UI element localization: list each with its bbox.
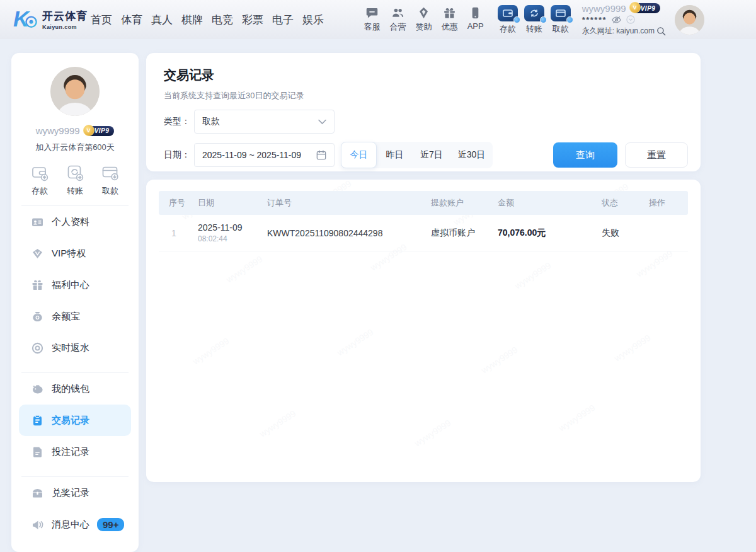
range-30days-button[interactable]: 近30日 — [450, 142, 493, 168]
customer-service-button[interactable]: 客服 — [364, 6, 381, 33]
reset-button[interactable]: 重置 — [625, 142, 688, 168]
menu-label: 实时返水 — [52, 342, 89, 354]
cell-account: 虚拟币账户 — [431, 227, 498, 239]
nav-lottery[interactable]: 彩票 — [242, 13, 263, 27]
transfer-icon — [524, 5, 544, 21]
document-icon — [32, 446, 43, 458]
type-selected-value: 取款 — [202, 116, 220, 127]
sidebar-item-my-wallet[interactable]: 我的钱包 — [11, 373, 139, 405]
range-7days-button[interactable]: 近7日 — [413, 142, 450, 168]
cell-status: 失败 — [602, 227, 649, 239]
app-download-button[interactable]: APP — [467, 6, 484, 33]
phone-icon — [469, 6, 482, 20]
sidebar: wywy9999 V VIP9 加入开云体育第600天 存款 — [11, 53, 139, 552]
promotions-button[interactable]: 优惠 — [442, 6, 458, 33]
date-range-input[interactable]: 2025-11-09 ~ 2025-11-09 — [194, 143, 335, 167]
deposit-icon — [498, 5, 518, 21]
chevron-circle-icon[interactable] — [626, 15, 635, 24]
profile-avatar[interactable] — [50, 67, 100, 116]
wallet-label: 存款 — [500, 23, 516, 35]
withdraw-icon — [551, 5, 571, 21]
watermark-text: wywy9999 — [557, 402, 597, 433]
top-tools: 客服 合营 赞助 — [364, 6, 484, 33]
sidebar-item-yuebao[interactable]: 余额宝 — [11, 301, 139, 332]
col-account: 提款账户 — [431, 197, 498, 209]
search-button[interactable]: 查询 — [553, 142, 617, 168]
col-status: 状态 — [602, 197, 649, 209]
sidebar-deposit-button[interactable]: 存款 — [31, 164, 49, 197]
nav-slots[interactable]: 电子 — [272, 13, 294, 27]
brand-name: 开云体育 — [42, 9, 88, 23]
menu-label: 兑奖记录 — [52, 487, 89, 499]
calendar-icon — [316, 150, 326, 160]
transfer-button[interactable]: 转账 — [524, 5, 544, 35]
records-panel: wywy9999 wywy9999 wywy9999 wywy9999 wywy… — [146, 180, 701, 482]
vip-badge: V VIP9 — [631, 3, 661, 13]
menu-label: 余额宝 — [52, 311, 80, 323]
wallet-label: 取款 — [553, 23, 569, 35]
page: K 开云体育 Kaiyun.com 首页 体育 真人 棋牌 电竞 彩票 电子 娱… — [0, 0, 756, 552]
sidebar-item-bets[interactable]: 投注记录 — [11, 436, 139, 468]
brand-logo[interactable]: K 开云体育 Kaiyun.com — [13, 6, 88, 33]
nav-esports[interactable]: 电竞 — [212, 13, 233, 27]
message-count-badge: 99+ — [97, 518, 124, 531]
user-avatar[interactable] — [675, 5, 704, 35]
deposit-badge-icon — [513, 16, 520, 23]
cell-date: 2025-11-09 08:02:44 — [198, 222, 267, 243]
col-amount: 金额 — [498, 197, 602, 209]
cell-order-no: KWWT202511090802444298 — [267, 228, 431, 238]
vip-level: VIP9 — [641, 5, 656, 12]
watermark-text: wywy9999 — [258, 408, 298, 439]
sidebar-withdraw-button[interactable]: 取款 — [101, 164, 119, 197]
cell-date-day: 2025-11-09 — [198, 222, 267, 233]
sidebar-transfer-button[interactable]: 转账 — [66, 164, 84, 197]
cell-index: 1 — [159, 228, 198, 238]
sidebar-item-messages[interactable]: 消息中心 99+ — [11, 509, 139, 540]
nav-live-casino[interactable]: 真人 — [151, 13, 173, 27]
chat-icon — [365, 6, 379, 20]
cell-date-time: 08:02:44 — [198, 234, 267, 243]
withdraw-button[interactable]: 取款 — [551, 5, 571, 35]
sidebar-menu-other: 兑奖记录 消息中心 99+ — [11, 477, 139, 540]
profile-identity: wywy9999 V VIP9 — [36, 125, 115, 136]
people-icon — [391, 6, 404, 20]
table-row: 1 2025-11-09 08:02:44 KWWT20251109080244… — [159, 215, 688, 251]
date-label: 日期： — [164, 149, 194, 161]
transfer-outline-icon — [66, 164, 84, 181]
nav-entertainment[interactable]: 娱乐 — [302, 13, 324, 27]
sidebar-item-rebate[interactable]: 实时返水 — [11, 332, 139, 364]
clipboard-icon — [32, 415, 43, 427]
tool-label: 合营 — [390, 21, 406, 33]
sidebar-item-profile[interactable]: 个人资料 — [11, 206, 139, 238]
sidebar-item-transactions[interactable]: 交易记录 — [19, 405, 131, 436]
tool-label: APP — [467, 21, 484, 31]
nav-home[interactable]: 首页 — [91, 13, 112, 27]
menu-label: 我的钱包 — [52, 383, 89, 395]
table-header: 序号 日期 订单号 提款账户 金额 状态 操作 — [159, 191, 688, 215]
sidebar-item-vip[interactable]: VIP特权 — [11, 238, 139, 269]
type-filter-row: 类型： 取款 — [164, 110, 688, 134]
eye-off-icon[interactable] — [611, 15, 622, 25]
rebate-ring-icon — [32, 342, 43, 354]
quick-action-label: 转账 — [67, 185, 83, 197]
partner-button[interactable]: 合营 — [390, 6, 406, 33]
sidebar-item-prizes[interactable]: 兑奖记录 — [11, 477, 139, 509]
filter-panel: 交易记录 当前系统支持查询最近30日的交易记录 类型： 取款 日期： 2025-… — [146, 53, 701, 171]
main-nav: 首页 体育 真人 棋牌 电竞 彩票 电子 娱乐 — [91, 13, 324, 27]
deposit-button[interactable]: 存款 — [498, 5, 518, 35]
page-title: 交易记录 — [164, 67, 688, 84]
sponsor-button[interactable]: 赞助 — [416, 6, 432, 33]
vip-gem-icon: V — [629, 2, 641, 13]
magnifier-icon[interactable] — [656, 26, 666, 36]
gift-menu-icon — [32, 279, 43, 291]
range-today-button[interactable]: 今日 — [341, 142, 377, 168]
type-select[interactable]: 取款 — [194, 110, 335, 134]
sidebar-quick-actions: 存款 转账 取款 — [31, 164, 119, 197]
date-filter-row: 日期： 2025-11-09 ~ 2025-11-09 今日 昨日 近7日 近3… — [164, 142, 688, 168]
nav-board-games[interactable]: 棋牌 — [181, 13, 203, 27]
range-yesterday-button[interactable]: 昨日 — [377, 142, 413, 168]
vip-gem-menu-icon — [32, 248, 43, 260]
watermark-text: wywy9999 — [634, 248, 675, 279]
sidebar-item-welfare[interactable]: 福利中心 — [11, 269, 139, 301]
nav-sports[interactable]: 体育 — [121, 13, 142, 27]
